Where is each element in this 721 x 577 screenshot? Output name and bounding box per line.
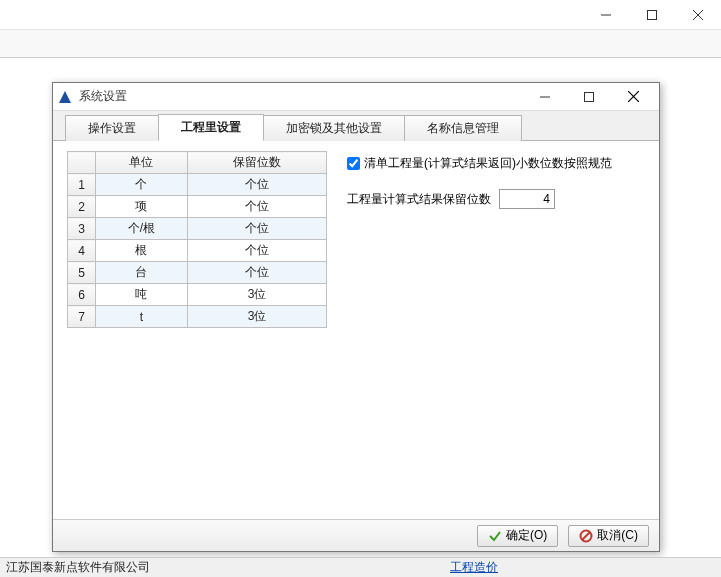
cancel-button-label: 取消(C) [597,527,638,544]
svg-line-10 [582,532,590,540]
check-icon [488,529,502,543]
use-spec-decimals-checkbox[interactable] [347,157,360,170]
cell-decimal[interactable]: 个位 [187,218,326,240]
cancel-icon [579,529,593,543]
decimal-field-label: 工程量计算式结果保留位数 [347,191,491,208]
col-header-decimal[interactable]: 保留位数 [187,152,326,174]
dialog-close-button[interactable] [611,83,655,111]
svg-rect-6 [585,92,594,101]
col-header-index[interactable] [68,152,96,174]
table-row[interactable]: 7t3位 [68,306,327,328]
cell-unit[interactable]: 吨 [96,284,188,306]
table-row[interactable]: 2项个位 [68,196,327,218]
dialog-maximize-button[interactable] [567,83,611,111]
ok-button-label: 确定(O) [506,527,547,544]
row-index: 4 [68,240,96,262]
table-row[interactable]: 6吨3位 [68,284,327,306]
outer-window-titlebar [0,0,721,30]
maximize-icon [584,92,594,102]
close-icon [628,91,639,102]
checkbox-row: 清单工程量(计算式结果返回)小数位数按照规范 [347,155,645,171]
units-table-pane: 单位 保留位数 1个个位2项个位3个/根个位4根个位5台个位6吨3位7t3位 [67,151,327,509]
cell-decimal[interactable]: 3位 [187,306,326,328]
tab-name-info-management[interactable]: 名称信息管理 [404,115,522,141]
status-link[interactable]: 工程造价 [450,559,498,576]
row-index: 2 [68,196,96,218]
tab-operation-settings[interactable]: 操作设置 [65,115,159,141]
status-company: 江苏国泰新点软件有限公司 [6,559,150,576]
cell-decimal[interactable]: 个位 [187,174,326,196]
outer-close-button[interactable] [675,0,721,29]
dialog-title: 系统设置 [79,88,523,105]
maximize-icon [647,10,657,20]
outer-maximize-button[interactable] [629,0,675,29]
table-row[interactable]: 5台个位 [68,262,327,284]
row-index: 1 [68,174,96,196]
decimal-field-input[interactable] [499,189,555,209]
cell-unit[interactable]: 根 [96,240,188,262]
cell-unit[interactable]: 个/根 [96,218,188,240]
cell-decimal[interactable]: 个位 [187,196,326,218]
close-icon [693,10,703,20]
tab-quantity-settings[interactable]: 工程里设置 [158,114,264,141]
col-header-unit[interactable]: 单位 [96,152,188,174]
ok-button[interactable]: 确定(O) [477,525,558,547]
cell-decimal[interactable]: 3位 [187,284,326,306]
table-row[interactable]: 3个/根个位 [68,218,327,240]
dialog-body: 单位 保留位数 1个个位2项个位3个/根个位4根个位5台个位6吨3位7t3位 清… [53,141,659,519]
cell-decimal[interactable]: 个位 [187,240,326,262]
app-icon [57,89,73,105]
row-index: 5 [68,262,96,284]
system-settings-dialog: 系统设置 操作设置 工程里设置 加密锁及其他设置 名称信息管理 单位 保留位数 [52,82,660,552]
dialog-tabs: 操作设置 工程里设置 加密锁及其他设置 名称信息管理 [53,111,659,141]
cell-unit[interactable]: 项 [96,196,188,218]
cell-unit[interactable]: t [96,306,188,328]
cell-decimal[interactable]: 个位 [187,262,326,284]
cell-unit[interactable]: 个 [96,174,188,196]
dialog-titlebar: 系统设置 [53,83,659,111]
tab-lock-other-settings[interactable]: 加密锁及其他设置 [263,115,405,141]
cell-unit[interactable]: 台 [96,262,188,284]
row-index: 3 [68,218,96,240]
row-index: 7 [68,306,96,328]
outer-toolbar [0,30,721,58]
svg-rect-1 [648,10,657,19]
minimize-icon [601,10,611,20]
row-index: 6 [68,284,96,306]
minimize-icon [540,92,550,102]
svg-marker-4 [59,91,71,103]
units-table[interactable]: 单位 保留位数 1个个位2项个位3个/根个位4根个位5台个位6吨3位7t3位 [67,151,327,328]
use-spec-decimals-label: 清单工程量(计算式结果返回)小数位数按照规范 [364,155,612,171]
table-row[interactable]: 1个个位 [68,174,327,196]
options-pane: 清单工程量(计算式结果返回)小数位数按照规范 工程量计算式结果保留位数 [347,151,645,509]
decimal-field-row: 工程量计算式结果保留位数 [347,189,645,209]
table-row[interactable]: 4根个位 [68,240,327,262]
cancel-button[interactable]: 取消(C) [568,525,649,547]
dialog-minimize-button[interactable] [523,83,567,111]
status-bar: 江苏国泰新点软件有限公司 工程造价 [0,557,721,577]
outer-minimize-button[interactable] [583,0,629,29]
dialog-footer: 确定(O) 取消(C) [53,519,659,551]
